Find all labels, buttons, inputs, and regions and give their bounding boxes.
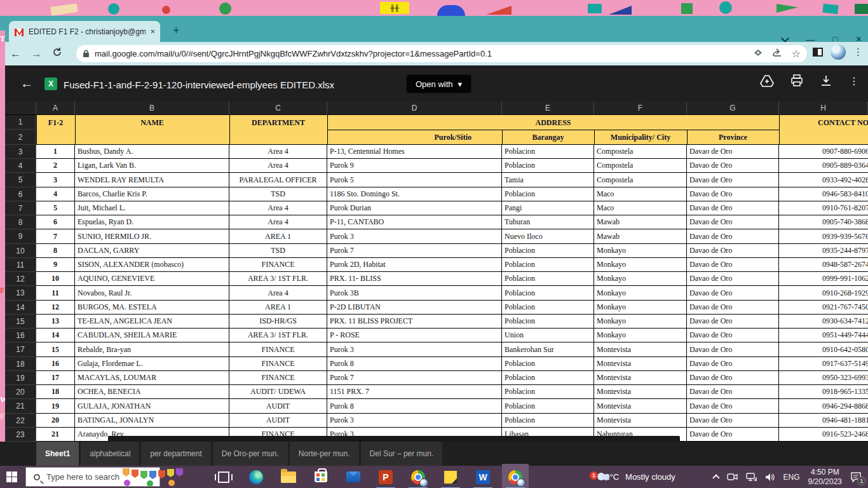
add-to-drive-icon[interactable]: [760, 74, 774, 87]
cell-purok: P-13, Centennial Homes: [327, 145, 502, 159]
row-number: 15: [5, 315, 36, 329]
browser-menu-icon[interactable]: ⋮: [853, 46, 863, 58]
cell-no: 8: [36, 244, 75, 258]
horizontal-scrollbar[interactable]: [108, 436, 680, 442]
row-number: 19: [5, 371, 36, 385]
cell-purok: PRX. 11 BLISS PROJECT: [327, 315, 502, 329]
cell-dept: FINANCE: [229, 371, 327, 385]
window-menu-chevron-icon[interactable]: [781, 34, 789, 43]
tab-close-icon[interactable]: ×: [150, 27, 155, 36]
volume-icon[interactable]: [765, 473, 775, 482]
cell-name: Juit, Michael L.: [75, 201, 229, 215]
search-placeholder: Type here to search: [46, 472, 119, 482]
cell-contact: 0950-323-6993: [779, 371, 868, 385]
download-icon[interactable]: [820, 74, 832, 87]
forward-icon[interactable]: →: [31, 48, 42, 60]
cell-name: CABUDLAN, SHEILA MARIE: [75, 329, 229, 342]
cell-dept: Area 4: [229, 201, 327, 215]
tray-expand-icon[interactable]: [712, 474, 719, 481]
column-header-G: G: [687, 102, 779, 115]
profile-avatar[interactable]: [831, 44, 846, 60]
microsoft-store-icon[interactable]: [313, 470, 329, 485]
cell-prov: Davao de Oro: [687, 215, 779, 229]
cell-name: Espuelas, Ryan D.: [75, 215, 229, 229]
cell-purok: P-11, CANTABO: [327, 215, 502, 229]
cell-name: Rebalde, Bra-yan: [75, 342, 229, 357]
cell-brgy: Poblacion: [502, 258, 594, 272]
bookmark-star-icon[interactable]: ☆: [792, 48, 801, 60]
cell-contact: 0918-965-1335: [779, 385, 868, 399]
browser-tab[interactable]: EDITED F1 F2 - christianjoyb@gm ×: [9, 21, 160, 42]
word-icon[interactable]: W: [475, 470, 491, 485]
cell-purok: Purok 8: [327, 357, 502, 371]
cell-contact: 0910-268-1929: [779, 286, 868, 301]
url-bar[interactable]: mail.google.com/mail/u/0/#sent/QgrcJHrnt…: [76, 45, 807, 62]
cell-prov: Davao de Oro: [687, 315, 779, 329]
cell-dept: AREA 1: [229, 301, 327, 315]
task-view-button[interactable]: [216, 470, 231, 485]
cell-no: 1: [36, 145, 75, 159]
cell-prov: Davao de Oro: [687, 385, 779, 399]
cell-prov: Davao de Oro: [687, 272, 779, 286]
cell-contact: 0999-991-1062: [779, 272, 868, 286]
cell-no: 16: [36, 357, 75, 371]
new-tab-button[interactable]: +: [173, 25, 180, 36]
edge-icon[interactable]: [248, 470, 264, 485]
taskbar-weather[interactable]: 1 32°C Mostly cloudy: [594, 466, 675, 488]
sheet-tab-norte-per-mun-[interactable]: Norte-per mun.: [290, 442, 359, 466]
cell-brgy: Poblacion: [502, 385, 594, 399]
print-icon[interactable]: [790, 74, 803, 87]
header-cell-province: Province: [687, 130, 779, 145]
reload-icon[interactable]: [52, 47, 62, 60]
taskbar-search[interactable]: Type here to search: [25, 467, 160, 487]
side-panel-icon[interactable]: [813, 48, 823, 57]
sticky-notes-icon[interactable]: [443, 470, 458, 485]
cell-contact: 0935-244-8797: [779, 244, 868, 258]
action-center-icon[interactable]: 1: [850, 472, 862, 482]
file-explorer-icon[interactable]: [281, 470, 296, 485]
cell-brgy: Poblacion: [502, 272, 594, 286]
cell-mun: Montevista: [594, 371, 687, 385]
cell-contact: 0946-294-8868: [779, 399, 868, 414]
chrome-icon[interactable]: [410, 470, 426, 485]
sheet-tab-per-department[interactable]: per department: [141, 442, 210, 466]
cell-contact: 0907-880-6906: [779, 145, 868, 159]
row-number: 9: [5, 229, 36, 244]
cell-name: BATINGAL, JONALYN: [75, 414, 229, 428]
row-number: 10: [5, 244, 36, 258]
row-number: 1: [5, 115, 36, 130]
search-icon: [34, 474, 40, 480]
language-indicator[interactable]: ENG: [783, 473, 800, 482]
chrome-active-icon[interactable]: [508, 470, 523, 485]
open-with-button[interactable]: Open with ▾: [406, 74, 471, 93]
cell-name: OCHEA, BENECIA: [75, 385, 229, 399]
row-number: 8: [5, 215, 36, 229]
preview-eye-icon[interactable]: [753, 48, 763, 60]
taskbar-clock[interactable]: 4:50 PM 9/20/2023: [808, 468, 842, 487]
clipart-shape: [108, 3, 119, 15]
viewer-more-icon[interactable]: ⋮: [849, 75, 859, 87]
cell-brgy: Poblacion: [502, 159, 594, 173]
start-button[interactable]: [6, 471, 17, 482]
browser-tab-strip: EDITED F1 F2 - christianjoyb@gm × + — □ …: [0, 16, 868, 42]
cell-no: 3: [36, 173, 75, 187]
sheet-tab-alphabetical[interactable]: alphabetical: [81, 442, 139, 466]
gmail-icon: [14, 28, 24, 36]
cell-dept: ISD-HR/GS: [229, 315, 327, 329]
network-icon[interactable]: [746, 473, 757, 482]
back-icon[interactable]: ←: [10, 48, 21, 60]
cell-no: 18: [36, 385, 75, 399]
cell-mun: Monkayo: [594, 244, 687, 258]
cell-prov: Davao de Oro: [687, 371, 779, 385]
mail-icon[interactable]: [346, 470, 361, 485]
sheet-tab-sheet1[interactable]: Sheet1: [36, 442, 79, 466]
sheet-tab-de-oro-per-mun-[interactable]: De Oro-per mun.: [213, 442, 288, 466]
share-icon[interactable]: [772, 48, 783, 60]
powerpoint-icon[interactable]: P: [378, 470, 393, 485]
viewer-back-icon[interactable]: ←: [20, 76, 33, 91]
cell-prov: Davao de Oro: [687, 357, 779, 371]
meet-now-icon[interactable]: [727, 473, 738, 481]
cell-name: Busbus, Dandy A.: [75, 145, 229, 159]
sheet-tab-del-sur-per-mun-[interactable]: Del Sur – per mun.: [361, 442, 443, 466]
cell-brgy: Nuevo Iloco: [502, 229, 594, 244]
